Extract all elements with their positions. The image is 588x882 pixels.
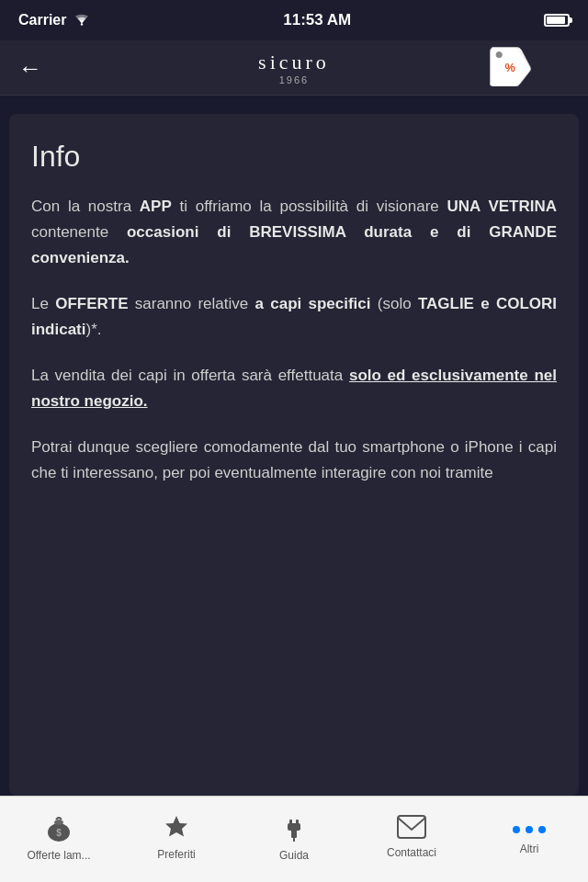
status-time: 11:53 AM (283, 11, 351, 29)
content-card: Info Con la nostra APP ti offriamo la po… (9, 114, 579, 796)
money-bag-icon: $ (45, 812, 73, 845)
carrier-label: Carrier (18, 12, 66, 28)
tab-guida-label: Guida (279, 849, 309, 862)
wifi-icon (74, 13, 90, 28)
tab-preferiti-label: Preferiti (157, 848, 195, 861)
nav-bar: ← sicuro 1966 % (0, 40, 588, 96)
paragraph-4: Potrai dunque scegliere comodamente dal … (31, 435, 557, 486)
svg-point-1 (496, 51, 502, 57)
tab-offerte-label: Offerte lam... (27, 849, 90, 862)
tab-bar: $ Offerte lam... Preferiti Guida (0, 796, 588, 882)
tab-contattaci-label: Contattaci (387, 846, 436, 859)
logo: sicuro 1966 (258, 51, 330, 85)
svg-point-0 (81, 23, 83, 25)
svg-marker-7 (165, 816, 187, 837)
paragraph-1: Con la nostra APP ti offriamo la possibi… (31, 194, 557, 271)
tab-guida[interactable]: Guida (235, 797, 353, 882)
paragraph-3: La vendita dei capi in offerta sarà effe… (31, 363, 557, 414)
star-icon (163, 813, 190, 844)
tab-altri-label: Altri (520, 842, 539, 855)
svg-rect-10 (289, 820, 292, 825)
tab-altri[interactable]: Altri (470, 797, 588, 882)
top-spacer (0, 96, 588, 114)
logo-year: 1966 (279, 74, 309, 85)
svg-point-16 (538, 826, 546, 833)
battery-indicator (544, 14, 570, 27)
carrier-info: Carrier (18, 12, 90, 28)
svg-rect-13 (398, 816, 425, 838)
status-bar: Carrier 11:53 AM (0, 0, 588, 40)
tab-contattaci[interactable]: Contattaci (353, 797, 470, 882)
svg-point-5 (54, 820, 63, 825)
svg-point-15 (526, 826, 533, 833)
info-title: Info (31, 140, 557, 174)
logo-tag-icon: % (489, 46, 533, 90)
logo-text: sicuro (258, 51, 330, 74)
svg-text:$: $ (56, 828, 62, 838)
mail-icon (397, 815, 426, 842)
tab-offerte[interactable]: $ Offerte lam... (0, 797, 118, 882)
tab-preferiti[interactable]: Preferiti (118, 797, 235, 882)
svg-text:%: % (505, 61, 516, 74)
dots-icon (513, 819, 546, 839)
plug-icon (280, 812, 308, 845)
paragraph-2: Le OFFERTE saranno relative a capi speci… (31, 291, 557, 343)
svg-rect-11 (296, 820, 299, 825)
back-button[interactable]: ← (18, 56, 42, 80)
svg-point-14 (513, 826, 520, 833)
